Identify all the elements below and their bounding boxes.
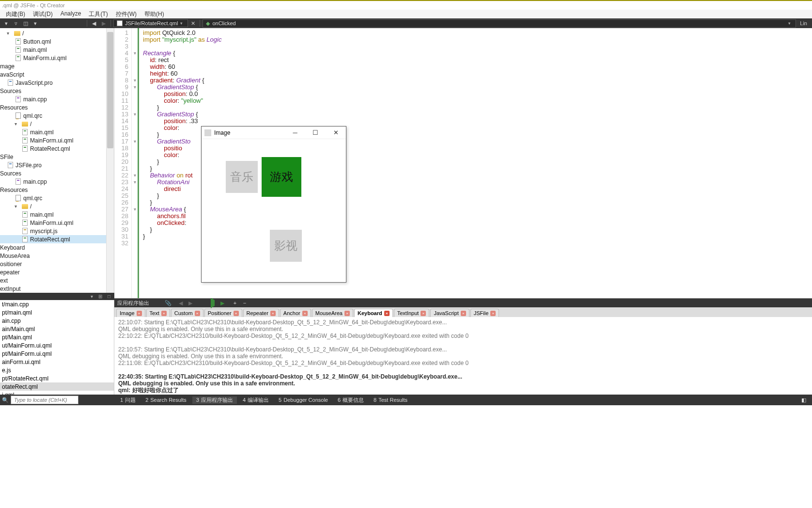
output-tab[interactable]: Custom×	[171, 309, 203, 317]
output-tab[interactable]: Image×	[116, 309, 145, 317]
preview-titlebar[interactable]: Image ─ ☐ ✕	[202, 127, 346, 139]
tree-item[interactable]: main.qml	[0, 210, 106, 219]
close-icon[interactable]: ✕	[189, 20, 197, 27]
tree-item[interactable]: RotateRect.qml	[0, 144, 106, 153]
tree-item[interactable]: JavaScript.pro	[0, 79, 106, 87]
close-icon[interactable]: □	[106, 294, 112, 300]
close-tab-icon[interactable]: ×	[421, 311, 426, 316]
tree-item[interactable]: ▾/	[0, 120, 106, 128]
issue-tab[interactable]: 6概要信息	[334, 397, 368, 404]
output-tab[interactable]: Keyboard×	[354, 309, 393, 317]
output-body[interactable]: 22:10:07: Starting E:\QTLab\CH23\CH2310\…	[114, 317, 812, 395]
prev-icon[interactable]: ◀	[177, 300, 184, 306]
tree-item[interactable]: 🔒qml.qrc	[0, 111, 106, 120]
tree-item[interactable]: Button.qml	[0, 37, 106, 46]
menu-item[interactable]: 调试(D)	[29, 10, 57, 18]
open-doc-item[interactable]: i.qml	[0, 391, 114, 395]
output-tab[interactable]: Repeater×	[243, 309, 279, 317]
tree-item[interactable]: JSFile.pro	[0, 161, 106, 169]
debug-run-icon[interactable]: ▶	[219, 300, 226, 306]
attach-icon[interactable]: 📎	[165, 300, 172, 306]
preview-tile[interactable]: 音乐	[226, 161, 258, 193]
tree-header[interactable]: Sources	[0, 169, 106, 177]
split-icon[interactable]: ⊞	[97, 294, 104, 300]
close-tab-icon[interactable]: ×	[461, 311, 466, 316]
tree-header[interactable]: avaScript	[0, 70, 106, 79]
open-doc-item[interactable]: otateRect.qml	[0, 382, 114, 391]
open-doc-item[interactable]: ut/MainForm.ui.qml	[0, 341, 114, 349]
issue-tab[interactable]: 2Search Results	[141, 397, 190, 403]
menu-item[interactable]: 帮助(H)	[141, 10, 168, 18]
dropdown-arrow-icon[interactable]: ▾	[2, 19, 11, 27]
tree-header[interactable]: Sources	[0, 87, 106, 95]
issue-tab[interactable]: 1问题	[116, 397, 140, 404]
output-tab[interactable]: Text×	[146, 309, 170, 317]
open-doc-item[interactable]: pt/Main.qml	[0, 333, 114, 341]
preview-tile[interactable]: 游戏	[262, 157, 301, 197]
open-doc-item[interactable]: ain/Main.qml	[0, 325, 114, 333]
fold-column[interactable]: ▾ ▾▾ ▾ ▾ ▾▾ ▾	[132, 28, 138, 298]
issue-tab[interactable]: 8Test Results	[370, 397, 411, 403]
tree-header[interactable]: ositioner	[0, 260, 106, 268]
menu-item[interactable]: 肉建(B)	[2, 10, 29, 18]
close-tab-icon[interactable]: ×	[161, 311, 167, 316]
close-tab-icon[interactable]: ×	[490, 311, 496, 316]
close-tab-icon[interactable]: ×	[302, 311, 308, 316]
sync-icon[interactable]: ◫	[21, 19, 30, 27]
run-icon[interactable]	[209, 300, 216, 306]
open-doc-item[interactable]: e.js	[0, 366, 114, 374]
tree-header[interactable]: Resources	[0, 103, 106, 111]
tree-item[interactable]: main.qml	[0, 128, 106, 136]
output-tab[interactable]: Positioner×	[204, 309, 242, 317]
menu-item[interactable]: 工具(T)	[85, 10, 111, 18]
close-icon[interactable]: ✕	[328, 129, 343, 136]
close-tab-icon[interactable]: ×	[234, 311, 239, 316]
tree-header[interactable]: Keyboard	[0, 243, 106, 252]
tree-item[interactable]: 🔒qml.qrc	[0, 194, 106, 202]
image-preview-window[interactable]: Image ─ ☐ ✕ 音乐游戏影视	[201, 126, 346, 283]
symbol-breadcrumb[interactable]: ◆ onClicked ▾	[203, 19, 796, 28]
open-doc-item[interactable]: pt/MainForm.ui.qml	[0, 349, 114, 358]
issue-tab[interactable]: 3应用程序输出	[192, 397, 237, 404]
tree-header[interactable]: SFile	[0, 153, 106, 161]
tree-header[interactable]: MouseArea	[0, 252, 106, 260]
output-tab[interactable]: TextInput×	[394, 309, 430, 317]
output-tab[interactable]: JSFile×	[470, 309, 500, 317]
output-tab[interactable]: JavaScript×	[430, 309, 469, 317]
tree-item[interactable]: ▾/	[0, 29, 106, 37]
tree-item[interactable]: RotateRect.qml	[0, 235, 106, 243]
issue-tab[interactable]: 5Debugger Console	[275, 397, 332, 403]
file-breadcrumb[interactable]: JSFile/RotateRect.qml ▾	[113, 19, 188, 27]
minimize-icon[interactable]: ─	[288, 129, 302, 136]
menu-item[interactable]: 控件(W)	[112, 10, 141, 18]
locator-input[interactable]	[11, 396, 78, 404]
tree-item[interactable]: main.cpp	[0, 95, 106, 103]
toggle-icon[interactable]: ◧	[797, 397, 810, 403]
preview-tile[interactable]: 影视	[270, 230, 302, 262]
tree-header[interactable]: epeater	[0, 268, 106, 276]
tree-header[interactable]: ext	[0, 276, 106, 285]
close-tab-icon[interactable]: ×	[195, 311, 200, 316]
close-tab-icon[interactable]: ×	[344, 311, 350, 316]
next-icon[interactable]: ▶	[187, 300, 194, 306]
output-tab[interactable]: Anchor×	[280, 309, 311, 317]
close-tab-icon[interactable]: ×	[137, 311, 142, 316]
plus-icon[interactable]: +	[232, 300, 238, 306]
minus-icon[interactable]: −	[241, 300, 248, 306]
scrollbar[interactable]	[106, 28, 114, 293]
filter-icon[interactable]: ▿	[12, 19, 20, 27]
tree-item[interactable]: ▾/	[0, 202, 106, 210]
open-doc-item[interactable]: pt/RotateRect.qml	[0, 374, 114, 382]
split-icon[interactable]: ▾	[31, 19, 40, 27]
close-tab-icon[interactable]: ×	[270, 311, 276, 316]
open-doc-item[interactable]: t/main.cpp	[0, 300, 114, 308]
menu-item[interactable]: Analyze	[57, 10, 85, 18]
tree-item[interactable]: main.qml	[0, 46, 106, 54]
tree-item[interactable]: main.cpp	[0, 177, 106, 186]
tree-item[interactable]: myscript.js	[0, 227, 106, 235]
tree-header[interactable]: extInput	[0, 285, 106, 293]
open-doc-item[interactable]: ainForm.ui.qml	[0, 358, 114, 366]
dropdown-icon[interactable]: ▾	[88, 294, 95, 300]
tree-item[interactable]: MainForm.ui.qml	[0, 136, 106, 144]
nav-back-icon[interactable]: ◀	[90, 19, 98, 27]
